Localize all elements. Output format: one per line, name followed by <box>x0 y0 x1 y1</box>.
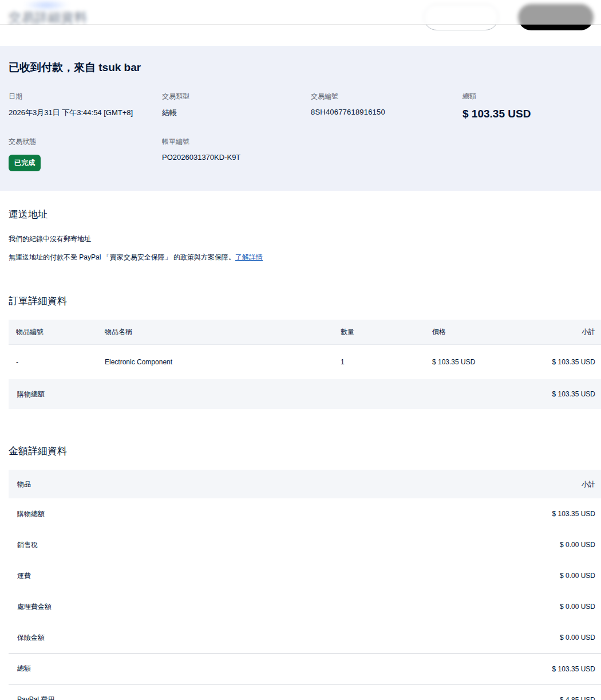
amount-details-table: 物品 小計 購物總額 $ 103.35 USD 銷售稅 $ 0.00 USD 運… <box>9 470 601 700</box>
date-value: 2026年3月31日 下午3:44:54 [GMT+8] <box>9 108 162 118</box>
amount-details-section: 金額詳細資料 物品 小計 購物總額 $ 103.35 USD 銷售稅 $ 0.0… <box>0 445 601 700</box>
item-id-cell: - <box>16 358 105 366</box>
transaction-type-label: 交易類型 <box>162 92 311 101</box>
col-item-id: 物品編號 <box>16 327 105 337</box>
total-amount-label: 總額 <box>462 92 592 101</box>
col-quantity: 數量 <box>341 327 432 337</box>
order-table-row: - Electronic Component 1 $ 103.35 USD $ … <box>9 345 601 379</box>
header-actions <box>424 4 594 30</box>
amount-row-handling-fee: 處理費金額 $ 0.00 USD <box>9 591 601 622</box>
invoice-number-value: PO2026031370KD-K9T <box>162 153 311 162</box>
quantity-cell: 1 <box>341 358 432 366</box>
protection-notice: 無運送地址的付款不受 PayPal 「賣家交易安全保障」 的政策與方案保障。了解… <box>9 253 592 262</box>
order-total-row: 購物總額 $ 103.35 USD <box>9 379 601 409</box>
field-date: 日期 2026年3月31日 下午3:44:54 [GMT+8] <box>9 92 162 118</box>
row-label: 保險金額 <box>17 633 45 643</box>
field-transaction-id: 交易編號 8SH40677618916150 <box>311 92 462 116</box>
transaction-id-label: 交易編號 <box>311 92 462 101</box>
col-subtotal: 小計 <box>524 327 595 337</box>
row-label: PayPal 費用 <box>17 695 54 700</box>
transaction-type-value: 結帳 <box>162 108 311 118</box>
page-header: 交易詳細資料 <box>0 0 601 46</box>
payment-received-title: 已收到付款，來自 tsuk bar <box>9 60 592 75</box>
payment-summary-panel: 已收到付款，來自 tsuk bar 日期 2026年3月31日 下午3:44:5… <box>0 46 601 191</box>
secondary-action-button[interactable] <box>424 4 499 30</box>
page-title: 交易詳細資料 <box>9 9 88 26</box>
row-label: 運費 <box>17 571 31 581</box>
transaction-status-label: 交易狀態 <box>9 137 162 147</box>
amount-row-sales-tax: 銷售稅 $ 0.00 USD <box>9 529 601 560</box>
row-label: 總額 <box>17 664 31 674</box>
amount-details-heading: 金額詳細資料 <box>0 445 601 458</box>
order-details-table: 物品編號 物品名稱 數量 價格 小計 - Electronic Componen… <box>9 320 601 409</box>
row-label: 購物總額 <box>17 509 45 519</box>
total-amount-value: $ 103.35 USD <box>462 108 592 120</box>
field-transaction-status: 交易狀態 已完成 <box>9 137 162 171</box>
row-value: $ 0.00 USD <box>560 541 595 549</box>
row-value: $ 103.35 USD <box>552 665 595 673</box>
order-details-heading: 訂單詳細資料 <box>0 294 601 308</box>
blurred-back-link-remnant <box>24 1 69 10</box>
row-value: $ 0.00 USD <box>560 634 595 642</box>
row-label: 銷售稅 <box>17 540 38 550</box>
no-address-text: 我們的紀錄中沒有郵寄地址 <box>9 234 592 244</box>
row-value: $ 103.35 USD <box>552 510 595 518</box>
col-item: 物品 <box>17 479 31 489</box>
order-total-label: 購物總額 <box>17 390 45 399</box>
amount-row-total: 總額 $ 103.35 USD <box>9 653 601 684</box>
learn-more-link[interactable]: 了解詳情 <box>235 253 263 261</box>
transaction-id-value: 8SH40677618916150 <box>311 108 462 116</box>
subtotal-cell: $ 103.35 USD <box>524 358 595 366</box>
amount-row-insurance: 保險金額 $ 0.00 USD <box>9 622 601 653</box>
price-cell: $ 103.35 USD <box>432 358 524 366</box>
field-transaction-type: 交易類型 結帳 <box>162 92 311 118</box>
summary-fields-grid: 日期 2026年3月31日 下午3:44:54 [GMT+8] 交易類型 結帳 … <box>9 92 592 171</box>
shipping-address-section: 運送地址 我們的紀錄中沒有郵寄地址 無運送地址的付款不受 PayPal 「賣家交… <box>0 191 601 262</box>
row-value: $ 0.00 USD <box>560 603 595 611</box>
amount-table-header-row: 物品 小計 <box>9 470 601 498</box>
primary-action-button[interactable] <box>518 4 594 30</box>
order-table-header-row: 物品編號 物品名稱 數量 價格 小計 <box>9 320 601 345</box>
protection-notice-text: 無運送地址的付款不受 PayPal 「賣家交易安全保障」 的政策與方案保障。 <box>9 253 235 261</box>
row-label: 處理費金額 <box>17 602 52 612</box>
col-item-name: 物品名稱 <box>105 327 341 337</box>
date-label: 日期 <box>9 92 162 101</box>
order-details-section: 訂單詳細資料 物品編號 物品名稱 數量 價格 小計 - Electronic C… <box>0 294 601 409</box>
status-badge: 已完成 <box>9 155 41 171</box>
amount-row-purchase-total: 購物總額 $ 103.35 USD <box>9 498 601 529</box>
item-name-cell: Electronic Component <box>105 358 341 366</box>
row-value: $ 0.00 USD <box>560 572 595 580</box>
col-amt-subtotal: 小計 <box>582 479 595 489</box>
invoice-number-label: 帳單編號 <box>162 137 311 147</box>
order-total-value: $ 103.35 USD <box>552 390 595 398</box>
amount-row-paypal-fee: PayPal 費用 -$ 4.85 USD <box>9 684 601 700</box>
shipping-address-heading: 運送地址 <box>9 208 592 221</box>
field-total-amount: 總額 $ 103.35 USD <box>462 92 592 120</box>
row-value: -$ 4.85 USD <box>557 696 595 700</box>
field-invoice-number: 帳單編號 PO2026031370KD-K9T <box>162 137 311 162</box>
col-price: 價格 <box>432 327 524 337</box>
amount-row-shipping-fee: 運費 $ 0.00 USD <box>9 560 601 591</box>
